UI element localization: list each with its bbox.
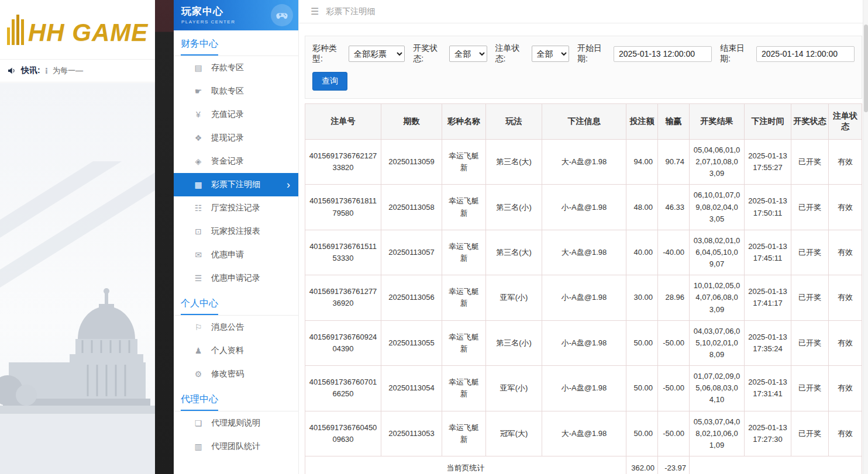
hamburger-menu-icon[interactable]: ☰ (311, 6, 319, 17)
bet-status-select[interactable]: 全部 (532, 46, 569, 62)
table-cell: 第三名(小) (486, 320, 542, 365)
sidebar-item-label: 存款专区 (211, 63, 244, 73)
sidebar-item-label: 优惠申请 (211, 250, 244, 260)
news-ticker: 快讯: ⁝ 为每一— (0, 60, 155, 82)
sidebar-item-funds-records[interactable]: ◈资金记录 (174, 150, 298, 173)
sidebar-item-label: 彩票下注明细 (211, 179, 260, 190)
start-date-input[interactable] (614, 46, 712, 62)
table-cell: 50.00 (626, 411, 658, 456)
sidebar-header: 玩家中心 PLAYERS CENTER (174, 0, 298, 30)
bets-table-wrap: 注单号期数彩种名称玩法下注信息投注额输赢开奖结果下注时间开奖状态注单状态 401… (305, 103, 862, 474)
table-cell: 有效 (829, 275, 862, 320)
table-cell: 有效 (829, 366, 862, 411)
table-cell: 401569173676212733820 (305, 140, 381, 185)
end-date-input[interactable] (756, 46, 855, 62)
site-logo: HH GAME (7, 15, 148, 45)
search-button[interactable]: 查询 (312, 72, 347, 91)
table-cell: 有效 (829, 230, 862, 275)
lottery-type-select[interactable]: 全部彩票 (349, 46, 405, 62)
table-row: 40156917367618117958020250113058幸运飞艇新第三名… (305, 185, 862, 230)
promo-apply-icon: ✉ (193, 250, 204, 260)
column-header: 玩法 (486, 104, 542, 140)
page-title: 彩票下注明细 (326, 6, 375, 17)
table-cell: 2025-01-13 17:31:41 (745, 366, 791, 411)
draw-status-select[interactable]: 全部 (449, 46, 487, 62)
background-hero (0, 83, 155, 474)
table-cell: 小-A盘@1.98 (542, 185, 626, 230)
sidebar-item-label: 代理规则说明 (211, 418, 260, 428)
content-header: ☰ 彩票下注明细 (299, 0, 868, 23)
sidebar-item-change-password[interactable]: ⚙修改密码 (174, 362, 298, 386)
sidebar-item-player-bet-report[interactable]: ⊡玩家投注报表 (174, 220, 298, 243)
table-cell: 幸运飞艇新 (442, 230, 486, 275)
sidebar-item-label: 提现记录 (211, 133, 244, 143)
table-cell: 05,04,06,01,02,07,10,08,03,09 (690, 140, 745, 185)
summary-row: 当前页统计362.00-23.97 (305, 456, 862, 474)
bets-table: 注单号期数彩种名称玩法下注信息投注额输赢开奖结果下注时间开奖状态注单状态 401… (305, 103, 862, 474)
recharge-records-icon: ¥ (193, 110, 204, 119)
table-cell: 有效 (829, 411, 862, 456)
sidebar-item-promo-apply[interactable]: ✉优惠申请 (174, 243, 298, 267)
table-cell: 已开奖 (791, 185, 829, 230)
sidebar-item-withdrawal-records[interactable]: ❖提现记录 (174, 126, 298, 150)
table-cell: 已开奖 (791, 366, 829, 411)
table-cell: 大-A盘@1.98 (542, 230, 626, 275)
section-title: 个人中心 (174, 290, 298, 316)
background-page: HH GAME 快讯: ⁝ 为每一— (0, 0, 155, 474)
column-header: 投注额 (626, 104, 658, 140)
sidebar-item-promo-apply-records[interactable]: ☰优惠申请记录 (174, 267, 298, 290)
withdraw-zone-icon: ☛ (193, 87, 204, 96)
table-cell: 401569173676070166250 (305, 366, 381, 411)
sidebar-item-deposit-zone[interactable]: ▤存款专区 (174, 56, 298, 79)
sidebar-item-agent-rules[interactable]: ❏代理规则说明 (174, 411, 298, 435)
table-cell: 30.00 (626, 275, 658, 320)
chevron-right-icon: › (287, 179, 298, 190)
summary-empty-cell (690, 456, 862, 474)
bet-status-label: 注单状态: (495, 43, 528, 64)
agent-rules-icon: ❏ (193, 418, 204, 428)
table-cell: 小-A盘@1.98 (542, 275, 626, 320)
scrollbar-thumb[interactable] (864, 25, 868, 112)
summary-win-total: -23.97 (658, 456, 690, 474)
table-row: 40156917367621273382020250113059幸运飞艇新第三名… (305, 140, 862, 185)
table-cell: 2025-01-13 17:35:24 (745, 320, 791, 365)
table-cell: 已开奖 (791, 320, 829, 365)
sidebar-item-agent-team-stats[interactable]: ▥代理团队统计 (174, 435, 298, 458)
sidebar-item-hall-bet-records[interactable]: ☷厅室投注记录 (174, 196, 298, 220)
table-cell: 已开奖 (791, 275, 829, 320)
table-cell: 幸运飞艇新 (442, 411, 486, 456)
sidebar: 玩家中心 PLAYERS CENTER 财务中心▤存款专区☛取款专区¥充值记录❖… (174, 0, 299, 474)
column-header: 彩种名称 (442, 104, 486, 140)
table-cell: 05,03,07,04,08,02,10,06,01,09 (690, 411, 745, 456)
table-cell: 46.33 (658, 185, 690, 230)
news-text: 为每一— (53, 65, 83, 76)
filter-row: 彩种类型: 全部彩票 开奖状态: 全部 注单状态: 全部 开始日期: 结束日期: (312, 43, 855, 64)
sidebar-item-lottery-bet-details[interactable]: ▦彩票下注明细› (174, 173, 298, 196)
end-date-label: 结束日期: (720, 43, 753, 64)
drag-dots-icon: ⁝ (45, 66, 48, 75)
table-cell: 第三名(大) (486, 230, 542, 275)
vertical-scrollbar[interactable] (863, 0, 868, 474)
sidebar-sections: 财务中心▤存款专区☛取款专区¥充值记录❖提现记录◈资金记录▦彩票下注明细›☷厅室… (174, 30, 298, 458)
filter-actions: 查询 (312, 72, 855, 91)
table-cell: 2025-01-13 17:27:30 (745, 411, 791, 456)
sidebar-item-label: 玩家投注报表 (211, 226, 260, 237)
sidebar-item-recharge-records[interactable]: ¥充值记录 (174, 103, 298, 126)
message-announcements-icon: ⚐ (193, 323, 204, 332)
column-header: 注单状态 (829, 104, 862, 140)
sidebar-item-withdraw-zone[interactable]: ☛取款专区 (174, 79, 298, 103)
column-header: 期数 (381, 104, 442, 140)
column-header: 开奖结果 (690, 104, 745, 140)
table-cell: -40.00 (658, 230, 690, 275)
table-cell: 幸运飞艇新 (442, 366, 486, 411)
logo-bars-icon (7, 15, 24, 45)
sidebar-item-message-announcements[interactable]: ⚐消息公告 (174, 316, 298, 339)
sidebar-item-label: 取款专区 (211, 86, 244, 96)
table-cell: 48.00 (626, 185, 658, 230)
table-row: 40156917367604500963020250113053幸运飞艇新冠军(… (305, 411, 862, 456)
table-cell: 幸运飞艇新 (442, 140, 486, 185)
table-cell: 401569173676092404390 (305, 320, 381, 365)
table-cell: -50.00 (658, 411, 690, 456)
sidebar-item-personal-profile[interactable]: ♟个人资料 (174, 339, 298, 362)
table-cell: 亚军(小) (486, 275, 542, 320)
